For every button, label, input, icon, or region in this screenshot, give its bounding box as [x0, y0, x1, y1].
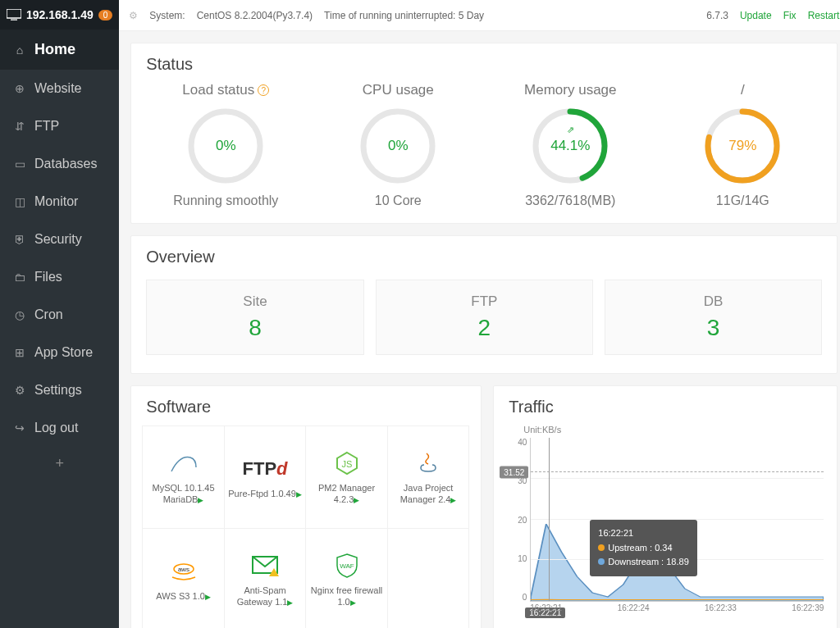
nav-icon: 🗀 [13, 271, 26, 284]
play-icon: ▶ [354, 496, 359, 504]
sidebar-item-ftp[interactable]: ⇵FTP [0, 107, 119, 145]
status-title: Status [131, 43, 837, 79]
overview-panel: Overview Site8FTP2DB3 [130, 235, 838, 374]
nav-label: Home [34, 41, 75, 58]
nav-icon: ⊕ [13, 82, 26, 95]
nav-label: Settings [34, 383, 82, 398]
version: 6.7.3 [706, 10, 728, 21]
chart-tooltip: 16:22:21Upstream : 0.34Downstream : 18.8… [590, 520, 696, 576]
software-item [387, 528, 470, 628]
nav-icon: ⌂ [13, 43, 26, 57]
overview-card-site[interactable]: Site8 [146, 280, 363, 355]
software-name: AWS S3 1.0▶ [153, 590, 214, 603]
nav-label: Cron [34, 307, 63, 322]
system-label: System: [149, 10, 185, 21]
nav-label: Files [34, 270, 62, 284]
nav-icon: ▭ [13, 157, 26, 171]
sidebar-item-security[interactable]: ⛨Security [0, 221, 119, 258]
nav-icon: ↪ [13, 421, 26, 435]
nav-label: Monitor [34, 194, 78, 209]
ftpd-icon: FTPd [243, 455, 288, 483]
software-item[interactable]: Java Project Manager 2.4▶ [387, 425, 470, 529]
status-value: 44.1% [529, 105, 611, 187]
sidebar-item-files[interactable]: 🗀Files [0, 258, 119, 296]
software-item[interactable]: awsAWS S3 1.0▶ [142, 528, 225, 628]
aws-icon: aws [167, 557, 200, 585]
play-icon: ▶ [287, 598, 293, 607]
update-link[interactable]: Update [740, 10, 772, 21]
ov-value: 2 [377, 315, 592, 341]
software-name: Pure-Ftpd 1.0.49▶ [225, 488, 305, 500]
restart-link[interactable]: Restart [808, 10, 840, 21]
status-value: 0% [357, 105, 439, 187]
status-item[interactable]: CPU usage 0%10 Core [312, 82, 484, 208]
sidebar-item-app-store[interactable]: ⊞App Store [0, 334, 119, 371]
software-name: MySQL 10.1.45 MariaDB▶ [143, 482, 224, 506]
traffic-chart[interactable]: 403020100 31.5216:22:21Upstream : 0.34Do… [502, 438, 829, 618]
sidebar-item-monitor[interactable]: ◫Monitor [0, 183, 119, 221]
traffic-title: Traffic [494, 386, 837, 421]
sidebar-item-home[interactable]: ⌂Home [0, 30, 119, 70]
software-name: Java Project Manager 2.4▶ [388, 482, 469, 506]
traffic-panel: Traffic Unit:KB/s 403020100 31.5216:22:2… [493, 385, 838, 628]
nav-label: Website [34, 81, 82, 96]
status-label: Load status ? [139, 82, 312, 98]
play-icon: ▶ [198, 496, 203, 504]
sidebar-item-databases[interactable]: ▭Databases [0, 145, 119, 183]
gear-icon[interactable]: ⚙ [129, 10, 138, 21]
nav-label: App Store [34, 345, 93, 360]
traffic-unit: Unit:KB/s [523, 425, 829, 435]
nav-icon: ⊞ [13, 346, 26, 359]
sidebar-item-website[interactable]: ⊕Website [0, 70, 119, 107]
node-icon: JS [335, 449, 359, 477]
java-icon [418, 449, 439, 477]
svg-rect-1 [11, 20, 17, 20]
status-sub: Running smoothly [139, 193, 312, 208]
play-icon: ▶ [450, 496, 456, 504]
nav-icon: ⇵ [13, 120, 26, 133]
sidebar-item-log-out[interactable]: ↪Log out [0, 409, 119, 447]
nav-list: ⌂Home⊕Website⇵FTP▭Databases◫Monitor⛨Secu… [0, 30, 119, 447]
software-item[interactable]: WAFNginx free firewall 1.0▶ [305, 528, 388, 628]
software-item[interactable]: JSPM2 Manager 4.2.3▶ [305, 425, 388, 529]
software-item[interactable]: Anti-Spam Gateway 1.1▶ [224, 528, 307, 628]
status-panel: Status Load status ?0%Running smoothlyCP… [130, 43, 838, 224]
add-nav-button[interactable]: + [0, 447, 119, 480]
nav-label: Log out [34, 421, 78, 435]
software-item[interactable]: FTPdPure-Ftpd 1.0.49▶ [224, 425, 307, 529]
status-item[interactable]: Memory usage ⇗44.1%3362/7618(MB) [484, 82, 656, 208]
fix-link[interactable]: Fix [783, 10, 797, 21]
overview-card-db[interactable]: DB3 [605, 280, 822, 355]
ov-value: 3 [605, 315, 821, 341]
software-title: Software [131, 386, 481, 421]
sidebar: 192.168.1.49 0 ⌂Home⊕Website⇵FTP▭Databas… [0, 0, 119, 628]
status-sub: 10 Core [312, 193, 484, 208]
ov-label: FTP [377, 294, 592, 310]
topbar: ⚙ System: CentOS 8.2.2004(Py3.7.4) Time … [119, 0, 840, 31]
sidebar-item-settings[interactable]: ⚙Settings [0, 371, 119, 409]
help-icon[interactable]: ? [258, 84, 269, 96]
status-item[interactable]: / 79%11G/14G [656, 82, 829, 208]
play-icon: ▶ [296, 490, 302, 498]
overview-title: Overview [131, 236, 837, 271]
svg-text:JS: JS [341, 459, 352, 469]
status-item[interactable]: Load status ?0%Running smoothly [139, 82, 312, 208]
svg-rect-0 [7, 9, 21, 18]
main: ⚙ System: CentOS 8.2.2004(Py3.7.4) Time … [119, 0, 840, 628]
software-name: Nginx free firewall 1.0▶ [306, 585, 387, 608]
system-value: CentOS 8.2.2004(Py3.7.4) [197, 10, 313, 21]
sidebar-item-cron[interactable]: ◷Cron [0, 296, 119, 334]
ref-label: 31.52 [500, 466, 528, 479]
software-item[interactable]: MySQL 10.1.45 MariaDB▶ [142, 425, 225, 529]
status-label: / [656, 82, 829, 98]
notification-badge[interactable]: 0 [98, 10, 113, 20]
software-panel: Software MySQL 10.1.45 MariaDB▶FTPdPure-… [130, 385, 482, 628]
ov-label: DB [605, 294, 821, 310]
nav-icon: ⛨ [13, 233, 26, 246]
nav-icon: ◫ [13, 195, 26, 208]
software-name: PM2 Manager 4.2.3▶ [306, 482, 387, 506]
overview-card-ftp[interactable]: FTP2 [376, 280, 593, 355]
nav-label: FTP [34, 119, 59, 134]
nav-icon: ◷ [13, 308, 26, 321]
waf-icon: WAF [335, 552, 359, 580]
